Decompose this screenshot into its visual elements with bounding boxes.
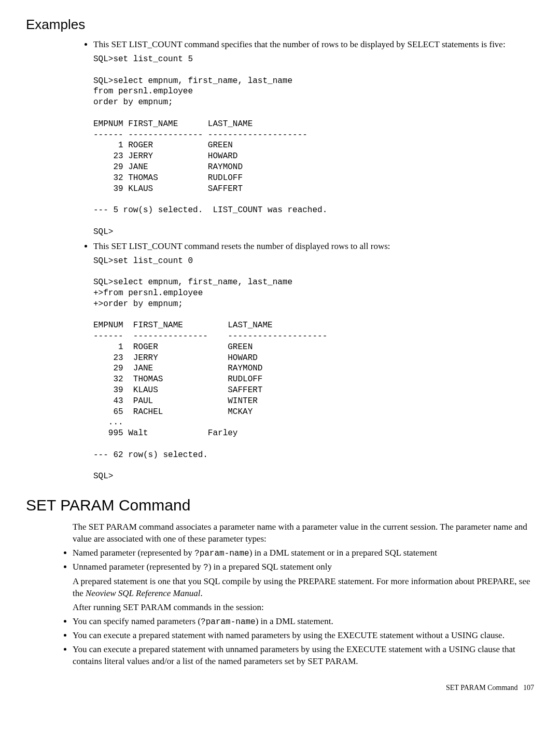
- examples-heading: Examples: [26, 16, 534, 34]
- set-param-intro: The SET PARAM command associates a param…: [73, 521, 534, 545]
- unnamed-post: ) in a prepared SQL statement only: [208, 562, 332, 572]
- after-running-para: After running SET PARAM commands in the …: [73, 602, 534, 614]
- exec2-text: You can execute a prepared statement wit…: [73, 644, 515, 666]
- exec1-text: You can execute a prepared statement wit…: [73, 630, 505, 640]
- example-item-1: This SET LIST_COUNT command specifies th…: [93, 39, 534, 51]
- example2-text: This SET LIST_COUNT command resets the n…: [93, 241, 390, 251]
- footer-label: SET PARAM Command: [446, 684, 517, 692]
- named-post: ) in a DML statement or in a prepared SQ…: [249, 548, 437, 558]
- named-pre: Named parameter (represented by: [73, 548, 194, 558]
- after-running-list: You can specify named parameters (?param…: [52, 616, 534, 668]
- page-footer: SET PARAM Command 107: [26, 683, 534, 693]
- spec-post: ) in a DML statement.: [256, 616, 333, 626]
- execute-named-item: You can execute a prepared statement wit…: [73, 630, 534, 642]
- named-param-item: Named parameter (represented by ?param-n…: [73, 547, 534, 560]
- examples-list: This SET LIST_COUNT command specifies th…: [73, 39, 534, 51]
- unnamed-code: ?: [203, 563, 208, 572]
- para2-post: .: [200, 588, 202, 598]
- footer-page: 107: [523, 684, 534, 692]
- para2-italic: Neoview SQL Reference Manual: [86, 588, 200, 598]
- unnamed-param-item: Unnamed parameter (represented by ?) in …: [73, 561, 534, 574]
- param-types-list: Named parameter (represented by ?param-n…: [52, 547, 534, 574]
- example-item-2: This SET LIST_COUNT command resets the n…: [93, 241, 534, 253]
- code-block-1: SQL>set list_count 5 SQL>select empnum, …: [93, 54, 534, 238]
- prepared-statement-para: A prepared statement is one that you SQL…: [73, 576, 534, 600]
- spec-code: ?param-name: [201, 617, 256, 627]
- set-param-heading: SET PARAM Command: [26, 495, 534, 516]
- example1-text: This SET LIST_COUNT command specifies th…: [93, 39, 506, 49]
- named-code: ?param-name: [194, 549, 249, 558]
- spec-pre: You can specify named parameters (: [73, 616, 201, 626]
- unnamed-pre: Unnamed parameter (represented by: [73, 562, 203, 572]
- examples-list-2: This SET LIST_COUNT command resets the n…: [73, 241, 534, 253]
- code-block-2: SQL>set list_count 0 SQL>select empnum, …: [93, 256, 534, 482]
- execute-unnamed-item: You can execute a prepared statement wit…: [73, 644, 534, 668]
- specify-named-item: You can specify named parameters (?param…: [73, 616, 534, 628]
